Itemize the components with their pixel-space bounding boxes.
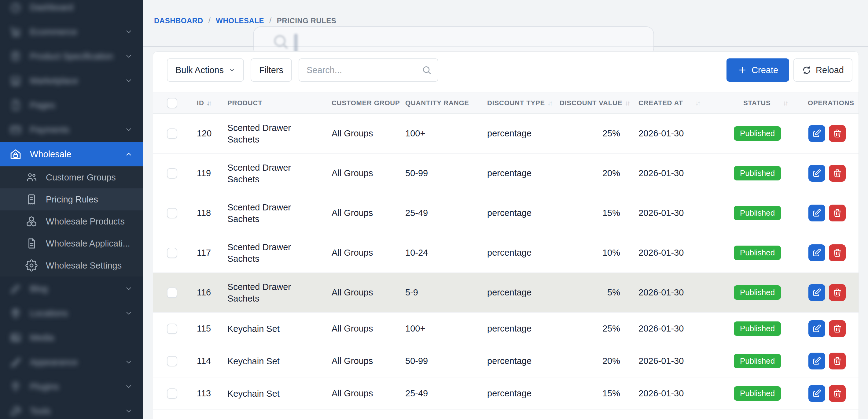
row-checkbox[interactable] [167,208,177,218]
delete-button[interactable] [829,205,846,221]
cell-discount-value: 20% [559,345,626,378]
cell-created-at: 2026-01-30 [626,312,731,345]
table-row: 118 Scented Drawer Sachets All Groups 25… [153,193,859,233]
column-header-discount-value[interactable]: DISCOUNT VALUE↓↑ [559,92,626,114]
sidebar-item-product-specification[interactable]: Product Specification [0,44,143,68]
sidebar-item-label: Dashboard [30,2,73,12]
pricing-rules-card: Bulk Actions Filters Create [153,51,859,419]
cubes-icon [25,215,38,228]
delete-button[interactable] [829,165,846,182]
cell-customer-group: All Groups [331,378,404,410]
table-search [299,58,438,82]
sidebar-item-plugins[interactable]: Plugins [0,375,143,399]
row-checkbox[interactable] [167,128,177,139]
cell-id: 115 [196,312,226,345]
cell-product: Keychain Set [226,378,331,410]
sidebar-item-blog[interactable]: Blog [0,276,143,301]
edit-button[interactable] [808,165,825,182]
status-badge: Published [734,322,781,336]
edit-button[interactable] [808,125,825,142]
column-header-discount-type[interactable]: DISCOUNT TYPE↓↑ [486,92,559,114]
select-all-checkbox[interactable] [167,98,177,108]
table-row: 113 Keychain Set All Groups 25-49 percen… [153,378,859,410]
sidebar-item-wholesale-applications[interactable]: Wholesale Applicati... [0,233,143,255]
breadcrumb-separator: / [209,16,211,25]
sidebar-item-label: Plugins [30,382,59,392]
sidebar-item-label: Payments [30,125,69,135]
table-header-row: ID↓↑ PRODUCT CUSTOMER GROUP QUANTITY RAN… [153,92,859,114]
edit-button[interactable] [808,284,825,301]
column-header-created-at[interactable]: CREATED AT↓↑ [626,92,731,114]
edit-button[interactable] [808,244,825,261]
bulk-actions-button[interactable]: Bulk Actions [167,58,244,82]
sidebar-item-marketplace[interactable]: Marketplace [0,68,143,93]
wholesale-submenu: Customer Groups Pricing Rules Wholesale … [0,167,143,276]
delete-button[interactable] [829,244,846,261]
sidebar-item-wholesale-products[interactable]: Wholesale Products [0,210,143,233]
column-header-status[interactable]: STATUS↓↑ [731,92,807,114]
cell-discount-value: 20% [559,153,626,193]
delete-button[interactable] [829,320,846,337]
filters-button[interactable]: Filters [251,58,292,82]
sidebar-item-label: Wholesale Applicati... [46,239,130,249]
edit-button[interactable] [808,353,825,369]
cell-product: Scented Drawer Sachets [226,273,331,312]
table-toolbar: Bulk Actions Filters Create [153,52,859,82]
cell-quantity-range: 50-99 [404,345,486,378]
sidebar-item-label: Ecommerce [30,27,77,37]
cell-created-at: 2026-01-30 [626,193,731,233]
sort-icon: ↓↑ [783,99,787,107]
main-content: DASHBOARD / WHOLESALE / PRICING RULES Bu… [143,0,868,419]
row-checkbox[interactable] [167,248,177,258]
cell-customer-group: All Groups [331,273,404,312]
column-header-id[interactable]: ID↓↑ [196,92,226,114]
gauge-icon [9,1,22,14]
sidebar-item-label: Tools [30,406,51,416]
sidebar-item-wholesale-settings[interactable]: Wholesale Settings [0,255,143,276]
brush-icon [9,356,22,368]
clipboard-icon [9,50,22,63]
sidebar-item-label: Customer Groups [46,173,116,183]
sidebar-item-customer-groups[interactable]: Customer Groups [0,167,143,188]
edit-button[interactable] [808,205,825,221]
cart-icon [9,25,22,38]
sidebar-item-label: Marketplace [30,76,78,86]
sidebar-item-label: Media [30,333,54,343]
sidebar-item-appearance[interactable]: Appearance [0,350,143,375]
sort-icon: ↓↑ [548,99,552,107]
delete-button[interactable] [829,385,846,402]
cell-quantity-range: 100+ [404,114,486,153]
cell-id: 116 [196,273,226,312]
column-header-product: PRODUCT [226,92,331,114]
sidebar-bottom-nav: Blog Locations Media Appearance Plugins [0,276,143,419]
sidebar-item-ecommerce[interactable]: Ecommerce [0,20,143,44]
row-checkbox[interactable] [167,388,177,399]
sidebar-item-tools[interactable]: Tools [0,399,143,419]
edit-button[interactable] [808,320,825,337]
row-checkbox[interactable] [167,356,177,366]
sidebar-item-label: Appearance [30,357,78,367]
sidebar-item-dashboard[interactable]: Dashboard [0,0,143,20]
edit-button[interactable] [808,385,825,402]
delete-button[interactable] [829,284,846,301]
trash-icon [833,129,842,138]
sidebar-item-pages[interactable]: Pages [0,93,143,117]
trash-icon [833,288,842,297]
pencil-square-icon [812,324,822,333]
breadcrumb-dashboard[interactable]: DASHBOARD [154,17,203,25]
sidebar-item-wholesale[interactable]: Wholesale [0,142,143,167]
delete-button[interactable] [829,353,846,369]
search-input[interactable] [307,65,422,75]
app-window: Dashboard Ecommerce Product Specificatio… [0,0,868,419]
delete-button[interactable] [829,125,846,142]
breadcrumb-wholesale[interactable]: WHOLESALE [216,17,264,25]
row-checkbox[interactable] [167,168,177,179]
sidebar-item-media[interactable]: Media [0,325,143,350]
reload-button[interactable]: Reload [794,58,852,82]
row-checkbox[interactable] [167,324,177,334]
sidebar-item-payments[interactable]: Payments [0,117,143,142]
row-checkbox[interactable] [167,288,177,298]
create-button[interactable]: Create [726,58,789,82]
sidebar-item-pricing-rules[interactable]: Pricing Rules [0,188,143,210]
sidebar-item-locations[interactable]: Locations [0,301,143,325]
